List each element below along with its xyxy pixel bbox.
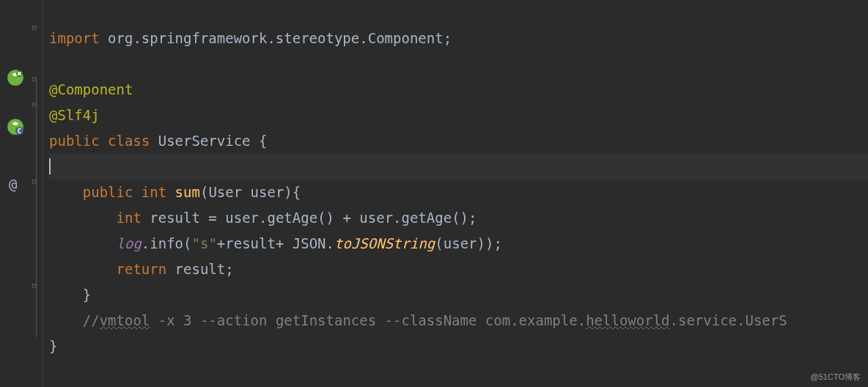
indent xyxy=(49,287,83,303)
field-log: log xyxy=(117,235,141,251)
paren: ( xyxy=(435,235,443,251)
code-editor[interactable]: C @ ⊟ ⊟ ⊟ ⊟ ⊟ import org.springframework… xyxy=(0,0,868,387)
comment: // xyxy=(83,312,100,328)
brace: { xyxy=(259,133,267,149)
dot: . xyxy=(141,235,150,251)
gutter: C @ xyxy=(0,0,32,387)
keyword-public: public xyxy=(83,184,141,200)
code-line[interactable]: @Slf4j xyxy=(49,103,868,128)
static-method: toJSONString xyxy=(334,235,435,251)
paren-close: )); xyxy=(477,235,502,251)
class-name: UserService xyxy=(158,133,259,149)
code-line[interactable]: import org.springframework.stereotype.Co… xyxy=(49,26,868,51)
string-literal: "s" xyxy=(192,235,217,251)
semicolon: ; xyxy=(444,30,452,46)
code-line[interactable]: public int sum(User user){ xyxy=(49,180,868,205)
object: user xyxy=(359,210,393,226)
parens: (); xyxy=(452,210,477,226)
code-line[interactable]: } xyxy=(49,333,868,359)
code-line[interactable]: public class UserService { xyxy=(49,128,868,154)
cursor-icon xyxy=(49,158,51,174)
parens: () + xyxy=(317,210,359,226)
fold-column: ⊟ ⊟ ⊟ ⊟ ⊟ xyxy=(32,0,43,387)
code-line[interactable]: return result; xyxy=(49,257,868,282)
svg-text:C: C xyxy=(18,128,21,135)
paren: ( xyxy=(183,235,191,251)
keyword-class: class xyxy=(108,133,158,149)
class-ref: JSON xyxy=(293,235,326,251)
keyword-int: int xyxy=(141,184,175,200)
indent xyxy=(49,261,117,277)
comment-wavy: vmtool xyxy=(100,312,150,328)
code-line[interactable]: int result = user.getAge() + user.getAge… xyxy=(49,205,868,231)
param-name: user xyxy=(251,184,284,200)
annotation: @Component xyxy=(49,81,133,97)
code-line[interactable]: log.info("s"+result+ JSON.toJSONString(u… xyxy=(49,231,868,257)
brace: } xyxy=(83,287,91,303)
keyword-int: int xyxy=(117,210,150,226)
comment: .service.UserS xyxy=(670,312,787,328)
dot: . xyxy=(393,210,401,226)
code-line-active[interactable] xyxy=(49,154,868,180)
watermark: @51CTO博客 xyxy=(811,369,861,384)
code-line[interactable]: //vmtool -x 3 --action getInstances --cl… xyxy=(49,308,868,333)
code-area[interactable]: import org.springframework.stereotype.Co… xyxy=(43,0,868,387)
override-icon[interactable]: @ xyxy=(9,172,17,197)
keyword-import: import xyxy=(49,30,108,46)
variable: result xyxy=(150,210,208,226)
indent xyxy=(49,210,117,226)
method-call: getAge xyxy=(267,210,317,226)
fold-marker-icon[interactable]: ⊟ xyxy=(32,174,37,189)
fold-marker-icon[interactable]: ⊟ xyxy=(32,21,37,35)
brace: } xyxy=(49,338,57,354)
code-line[interactable]: } xyxy=(49,282,868,308)
annotation: @Slf4j xyxy=(49,107,100,123)
spring-class-icon[interactable]: C xyxy=(6,117,25,136)
code-line[interactable] xyxy=(49,0,868,26)
indent xyxy=(49,235,117,251)
indent xyxy=(49,312,83,328)
keyword-return: return xyxy=(117,261,175,277)
paren: ( xyxy=(200,184,208,200)
comment: -x 3 --action getInstances --className c… xyxy=(150,312,586,328)
dot: . xyxy=(259,210,267,226)
variable: user xyxy=(444,235,477,251)
code-line[interactable]: @Component xyxy=(49,77,868,103)
object: user xyxy=(225,210,259,226)
plus: +result+ xyxy=(217,235,293,251)
method-name: sum xyxy=(175,184,200,200)
fold-marker-icon[interactable]: ⊟ xyxy=(32,279,37,293)
method-call: info xyxy=(150,235,183,251)
equals: = xyxy=(208,210,225,226)
param-type: User xyxy=(208,184,250,200)
paren-close: ){ xyxy=(284,184,301,200)
dot: . xyxy=(326,235,334,251)
keyword-public: public xyxy=(49,133,108,149)
indent xyxy=(49,184,83,200)
code-line[interactable] xyxy=(49,51,868,77)
spring-bean-icon[interactable] xyxy=(6,68,25,87)
package-path: org.springframework.stereotype. xyxy=(108,30,368,46)
comment-wavy: helloworld xyxy=(586,312,669,328)
variable: result; xyxy=(175,261,234,277)
class-name: Component xyxy=(368,30,444,46)
method-call: getAge xyxy=(402,210,452,226)
